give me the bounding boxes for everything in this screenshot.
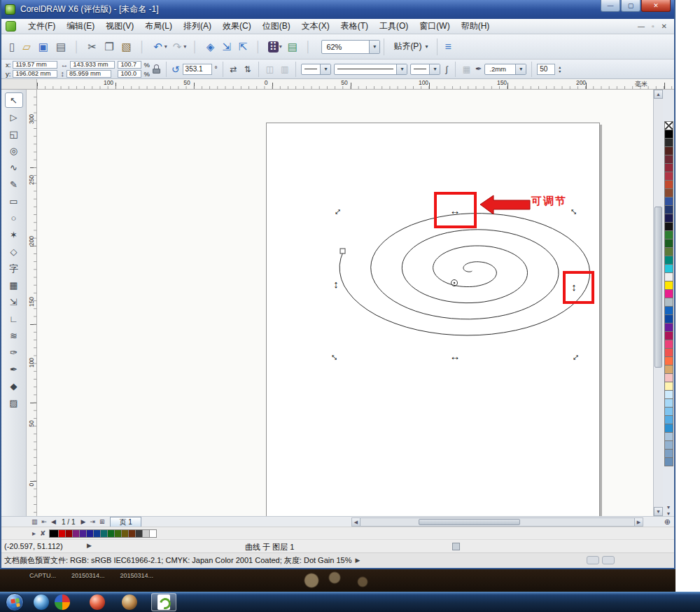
coords-expand-icon[interactable]: ▶ (87, 542, 92, 549)
ellipse-tool[interactable]: ○ (5, 210, 23, 225)
start-arrowhead-combo[interactable]: ▾ (301, 64, 331, 75)
application-launcher-icon[interactable]: ⠿ ▾ (267, 40, 284, 54)
taskbar-item-coreldraw[interactable] (151, 593, 176, 611)
import-icon[interactable]: ⇲ (219, 40, 234, 54)
connector-tool[interactable]: ∟ (5, 311, 23, 326)
height-input[interactable]: 85.959 mm (66, 70, 111, 78)
pick-tool[interactable]: ↖ (5, 92, 23, 108)
chevron-down-icon[interactable]: ▾ (515, 64, 526, 74)
status-play-icon[interactable]: ▸ (32, 529, 36, 537)
add-page-icon[interactable]: ⊞ (97, 518, 107, 525)
welcome-screen-icon[interactable]: ▤ (285, 40, 301, 54)
basic-shapes-tool[interactable]: ◇ (5, 244, 23, 259)
rotation-input[interactable]: 353.1 (183, 64, 212, 75)
nudge-stepper[interactable]: ▴ ▾ (559, 65, 561, 74)
spin-down-icon[interactable]: ▾ (559, 69, 561, 74)
crop-tool[interactable]: ◱ (5, 126, 23, 141)
wrap-text-icon[interactable]: ▦ (461, 64, 472, 75)
nudge-input[interactable]: 50 (537, 64, 555, 75)
skew-handle-bottom[interactable]: ↔ (448, 349, 462, 363)
taskbar-item-red-sphere[interactable] (87, 593, 108, 611)
edit-extra-icon[interactable]: ▥ (279, 64, 290, 75)
maximize-button[interactable]: ▢ (621, 0, 640, 12)
outline-width-combo[interactable]: .2mm ▾ (484, 64, 526, 75)
vertical-ruler[interactable]: 300250200150100500 (27, 90, 37, 516)
page-tab[interactable]: 页 1 (110, 517, 141, 527)
menu-item[interactable]: 文件(F) (23, 19, 60, 34)
horizontal-ruler[interactable]: 10050050100150200 (37, 79, 674, 89)
open-folder-icon[interactable]: ▱ (20, 40, 34, 54)
scale-y-input[interactable]: 100.0 (118, 70, 141, 78)
doc-restore-button[interactable]: ▫ (652, 22, 654, 30)
line-style-combo[interactable]: ▾ (334, 64, 407, 75)
drawing-canvas[interactable]: ↔ ↔ ↔ ↕ ↕ ↔ ↔ ↔ 可调节 (37, 90, 653, 516)
no-fill-icon[interactable]: ✘ (40, 529, 46, 537)
curve-smoothness-icon[interactable]: ∫ (443, 64, 449, 75)
doc-close-button[interactable]: ✕ (662, 22, 667, 30)
vertical-scroll-thumb[interactable] (654, 207, 662, 368)
artistic-media-tool[interactable]: ✎ (5, 176, 23, 192)
mirror-vertical-icon[interactable]: ⇅ (242, 64, 253, 75)
x-position-input[interactable]: 119.57 mm (13, 61, 57, 69)
search-content-icon[interactable]: ◈ (204, 40, 218, 54)
text-tool[interactable]: 字 (5, 260, 23, 276)
cut-icon[interactable]: ✂ (85, 40, 101, 54)
chevron-down-icon[interactable]: ▾ (429, 64, 440, 74)
title-bar[interactable]: CorelDRAW X6 (评估版) - [未命名 -1] — ▢ ✕ (1, 0, 674, 19)
dimension-tool[interactable]: ⇲ (5, 294, 23, 310)
zoom-tool[interactable]: ◎ (5, 143, 23, 158)
chevron-down-icon[interactable]: ▾ (320, 64, 330, 74)
menu-item[interactable]: 工具(O) (374, 19, 413, 34)
chevron-down-icon[interactable]: ▾ (369, 41, 379, 53)
menu-item[interactable]: 文本(X) (297, 19, 335, 34)
copy-icon[interactable]: ❐ (102, 40, 117, 54)
width-input[interactable]: 143.933 mm (70, 61, 115, 69)
status-swatch[interactable] (149, 529, 157, 538)
skew-handle-left[interactable]: ↕ (329, 277, 343, 291)
taskbar-item-planet[interactable] (119, 593, 140, 611)
new-document-icon[interactable]: ▯ (6, 40, 18, 54)
horizontal-scroll-thumb[interactable] (419, 519, 520, 525)
taskbar-item-pinwheel[interactable] (52, 593, 73, 611)
menu-item[interactable]: 效果(C) (218, 19, 256, 34)
polygon-tool[interactable]: ✶ (5, 227, 23, 242)
menu-item[interactable]: 位图(B) (258, 19, 295, 34)
table-tool[interactable]: ▦ (5, 277, 23, 293)
navigator-zoom-icon[interactable]: ⊕ (664, 517, 671, 527)
menu-item[interactable]: 视图(V) (101, 19, 139, 34)
fill-tool[interactable]: ◆ (5, 378, 23, 394)
save-icon[interactable]: ▣ (36, 40, 52, 54)
freehand-tool[interactable]: ∿ (5, 160, 23, 175)
horizontal-scrollbar[interactable]: ◀ ▶ (351, 517, 643, 527)
options-icon[interactable]: ≡ (441, 41, 454, 53)
scroll-up-icon[interactable]: ▲ (654, 90, 663, 99)
doc-minimize-button[interactable]: — (638, 22, 645, 30)
palette-swatch[interactable] (664, 457, 673, 466)
close-button[interactable]: ✕ (641, 0, 671, 12)
last-page-icon[interactable]: ⇥ (88, 518, 97, 525)
page-sorter-icon[interactable]: ▥ (29, 518, 40, 525)
minimize-button[interactable]: — (601, 0, 620, 12)
eyedropper-tool[interactable]: ✑ (5, 345, 23, 360)
menu-item[interactable]: 表格(T) (336, 19, 373, 34)
menu-item[interactable]: 布局(L) (140, 19, 177, 34)
vertical-scrollbar[interactable]: ▲ ▼ (653, 90, 663, 516)
chevron-down-icon[interactable]: ▾ (396, 64, 407, 74)
scroll-right-icon[interactable]: ▶ (634, 518, 643, 526)
status-swatch[interactable] (49, 529, 59, 538)
menu-item[interactable]: 窗口(W) (414, 19, 454, 34)
paste-icon[interactable]: ▧ (119, 40, 135, 54)
palette-expand-icon[interactable]: ▼ (666, 511, 671, 516)
snap-to-dropdown[interactable]: 贴齐(P) ▾ (388, 39, 433, 54)
export-icon[interactable]: ⇱ (236, 40, 251, 54)
undo-icon[interactable]: ↶ ▾ (150, 40, 169, 54)
scroll-down-icon[interactable]: ▼ (654, 507, 663, 516)
end-arrowhead-combo[interactable]: ▾ (410, 64, 440, 75)
first-page-icon[interactable]: ⇤ (40, 518, 50, 525)
start-button[interactable] (6, 593, 24, 611)
outline-pen-tool[interactable]: ✒ (5, 361, 23, 377)
y-position-input[interactable]: 196.082 mm (13, 70, 57, 78)
mirror-horizontal-icon[interactable]: ⇄ (228, 64, 239, 75)
menu-item[interactable]: 帮助(H) (456, 19, 495, 34)
scroll-left-icon[interactable]: ◀ (352, 518, 360, 526)
